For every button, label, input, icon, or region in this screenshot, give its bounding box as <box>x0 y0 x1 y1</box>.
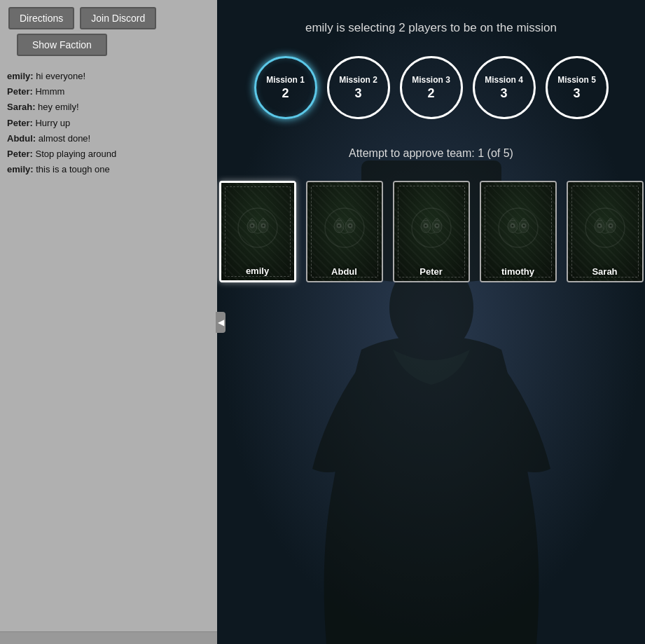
show-faction-row: Show Faction <box>0 34 217 66</box>
join-discord-button[interactable]: Join Discord <box>80 7 156 29</box>
chat-line: Peter: Stop playing around <box>7 148 210 160</box>
chat-message: hey emily! <box>38 102 79 112</box>
svg-point-18 <box>412 208 451 247</box>
chat-line: Peter: Hmmm <box>7 85 210 98</box>
top-buttons-row: Directions Join Discord <box>0 0 217 34</box>
chat-message: Stop playing around <box>35 149 116 159</box>
players-row: emily Abdul <box>219 181 644 282</box>
mission-num: 3 <box>573 86 580 101</box>
mission-num: 3 <box>354 86 361 101</box>
player-card-timothy[interactable]: timothy <box>480 181 557 282</box>
chat-area: emily: hi everyone!Peter: HmmmSarah: hey… <box>0 66 217 631</box>
svg-point-37 <box>598 224 600 226</box>
chat-message: hi everyone! <box>36 71 85 81</box>
mission-circle-1[interactable]: Mission 1 2 <box>254 56 317 119</box>
svg-point-25 <box>499 208 538 247</box>
mission-label: Mission 1 <box>266 75 305 85</box>
player-card-Abdul[interactable]: Abdul <box>306 181 383 282</box>
chat-line: Sarah: hey emily! <box>7 101 210 114</box>
mission-label: Mission 2 <box>339 75 377 85</box>
svg-point-24 <box>436 224 438 226</box>
chat-sender: Peter: <box>7 118 33 128</box>
chat-sender: Peter: <box>7 86 33 97</box>
mission-num: 3 <box>500 86 507 101</box>
mission-label: Mission 4 <box>485 75 523 85</box>
mission-circle-4[interactable]: Mission 4 3 <box>473 56 536 119</box>
card-decor <box>497 207 539 249</box>
mission-circle-2[interactable]: Mission 2 3 <box>327 56 390 119</box>
chat-sender: Peter: <box>7 149 33 159</box>
selection-message: emily is selecting 2 players to be on th… <box>305 21 557 35</box>
chat-message: this is a tough one <box>36 164 110 174</box>
chat-message: Hmmm <box>35 86 64 97</box>
svg-point-32 <box>585 208 625 247</box>
card-decor <box>237 207 279 249</box>
chat-sender: emily: <box>7 164 34 174</box>
chat-message: Hurry up <box>35 118 70 128</box>
mission-circle-3[interactable]: Mission 3 2 <box>400 56 463 119</box>
mission-circle-5[interactable]: Mission 5 3 <box>546 56 609 119</box>
chat-sender: Sarah: <box>7 102 35 112</box>
chat-sender: Abdul: <box>7 133 36 144</box>
game-content: emily is selecting 2 players to be on th… <box>217 0 645 644</box>
card-decor <box>584 207 626 249</box>
right-panel: emily is selecting 2 players to be on th… <box>217 0 645 644</box>
player-name: Sarah <box>568 262 642 281</box>
show-faction-button[interactable]: Show Faction <box>17 34 107 56</box>
svg-point-30 <box>511 224 513 226</box>
chat-message: almost done! <box>39 133 90 144</box>
missions-row: Mission 1 2 Mission 2 3 Mission 3 2 Miss… <box>254 56 609 119</box>
chat-input-bar <box>0 631 217 644</box>
svg-point-9 <box>251 224 253 226</box>
player-card-emily[interactable]: emily <box>219 181 296 282</box>
card-decor <box>324 207 366 249</box>
chat-sender: emily: <box>7 71 34 81</box>
chat-line: emily: hi everyone! <box>7 70 210 83</box>
player-card-Peter[interactable]: Peter <box>393 181 470 282</box>
player-name: timothy <box>481 262 555 281</box>
svg-point-17 <box>349 224 351 226</box>
chat-line: Abdul: almost done! <box>7 132 210 145</box>
svg-point-23 <box>424 224 426 226</box>
left-panel: Directions Join Discord Show Faction emi… <box>0 0 217 644</box>
player-name: Peter <box>394 262 469 281</box>
player-name: Abdul <box>307 262 382 281</box>
svg-point-31 <box>522 224 525 226</box>
mission-num: 2 <box>427 86 434 101</box>
chat-line: emily: this is a tough one <box>7 163 210 176</box>
player-card-Sarah[interactable]: Sarah <box>567 181 644 282</box>
mission-label: Mission 5 <box>557 75 596 85</box>
svg-point-38 <box>609 224 611 226</box>
player-name: emily <box>221 261 294 280</box>
svg-point-4 <box>238 208 277 247</box>
svg-point-16 <box>338 224 340 226</box>
card-decor <box>410 207 452 249</box>
svg-point-11 <box>325 208 364 247</box>
chat-line: Peter: Hurry up <box>7 117 210 130</box>
collapse-arrow[interactable]: ◀ <box>216 312 226 333</box>
svg-point-10 <box>262 224 264 226</box>
attempt-text: Attempt to approve team: 1 (of 5) <box>349 147 513 160</box>
mission-num: 2 <box>282 86 289 101</box>
mission-label: Mission 3 <box>412 75 450 85</box>
directions-button[interactable]: Directions <box>8 7 74 29</box>
